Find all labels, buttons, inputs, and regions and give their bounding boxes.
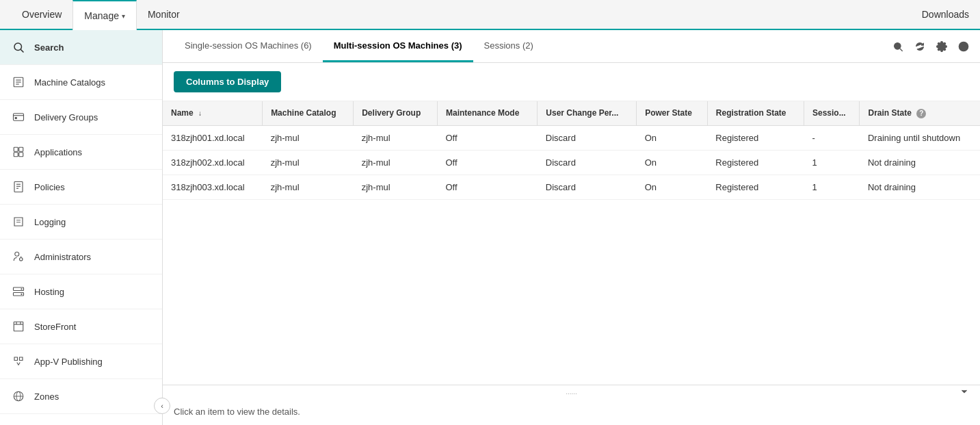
- bottom-panel-hint: Click an item to view the details.: [163, 398, 980, 425]
- sidebar: Search Machine Catalogs Delivery Groups …: [0, 30, 163, 425]
- tab-actions: [892, 41, 969, 52]
- nav-downloads[interactable]: Downloads: [922, 9, 969, 20]
- cell-row2-col3: Off: [437, 175, 537, 199]
- toolbar: Columns to Display: [163, 63, 980, 101]
- col-name[interactable]: Name ↓: [163, 101, 263, 125]
- sidebar-item-delivery-groups[interactable]: Delivery Groups: [0, 100, 162, 135]
- cell-row2-col0: 318zjh003.xd.local: [163, 175, 263, 199]
- sidebar-item-logging[interactable]: Logging: [0, 205, 162, 240]
- cell-row0-col7: -: [804, 125, 860, 150]
- cell-row2-col4: Discard: [538, 175, 637, 199]
- storefront-icon: [11, 319, 26, 334]
- cell-row1-col8: Not draining: [860, 150, 980, 175]
- cell-row1-col2: zjh-mul: [354, 150, 438, 175]
- sidebar-item-zones[interactable]: Zones: [0, 379, 162, 414]
- cell-row2-col7: 1: [804, 175, 860, 199]
- sidebar-label-storefront: StoreFront: [34, 322, 76, 332]
- cell-row1-col6: Registered: [707, 150, 804, 175]
- zones-icon: [11, 389, 26, 404]
- nav-overview[interactable]: Overview: [11, 0, 72, 29]
- sidebar-label-administrators: Administrators: [34, 252, 91, 262]
- sidebar-label-search: Search: [34, 42, 64, 53]
- sidebar-item-storefront[interactable]: StoreFront: [0, 309, 162, 344]
- main-layout: Search Machine Catalogs Delivery Groups …: [0, 30, 980, 425]
- svg-point-29: [895, 42, 901, 49]
- cell-row2-col1: zjh-mul: [263, 175, 354, 199]
- sidebar-item-administrators[interactable]: Administrators: [0, 240, 162, 274]
- appv-icon: [11, 354, 26, 369]
- sidebar-label-hosting: Hosting: [34, 287, 64, 297]
- col-delivery-group[interactable]: Delivery Group: [354, 101, 438, 125]
- sidebar-label-zones: Zones: [34, 391, 59, 402]
- cell-row2-col5: On: [637, 175, 708, 199]
- cell-row1-col4: Discard: [538, 150, 637, 175]
- col-user-change-per[interactable]: User Change Per...: [538, 101, 637, 125]
- bottom-panel: ...... Click an item to view the details…: [163, 385, 980, 425]
- svg-line-30: [900, 49, 903, 51]
- sidebar-label-delivery-groups: Delivery Groups: [34, 112, 98, 123]
- columns-to-display-button[interactable]: Columns to Display: [174, 71, 281, 92]
- catalog-icon: [11, 75, 26, 90]
- help-action-icon[interactable]: [958, 41, 969, 52]
- svg-point-18: [15, 252, 19, 256]
- col-power-state[interactable]: Power State: [637, 101, 708, 125]
- cell-row2-col2: zjh-mul: [354, 175, 438, 199]
- tabs-row: Single-session OS Machines (6) Multi-ses…: [163, 30, 980, 63]
- sidebar-item-applications[interactable]: Applications: [0, 135, 162, 170]
- table-container: Name ↓ Machine Catalog Delivery Group Ma…: [163, 101, 980, 385]
- sidebar-label-machine-catalogs: Machine Catalogs: [34, 77, 105, 88]
- tab-single-session[interactable]: Single-session OS Machines (6): [174, 31, 323, 62]
- svg-point-0: [14, 43, 22, 51]
- expand-icon[interactable]: [959, 387, 969, 398]
- svg-rect-7: [15, 117, 17, 119]
- sidebar-item-hosting[interactable]: Hosting: [0, 274, 162, 309]
- col-drain-state[interactable]: Drain State ?: [860, 101, 980, 125]
- svg-point-23: [21, 288, 22, 289]
- cell-row0-col0: 318zjh001.xd.local: [163, 125, 263, 150]
- machines-table: Name ↓ Machine Catalog Delivery Group Ma…: [163, 101, 980, 200]
- table-row[interactable]: 318zjh003.xd.localzjh-mulzjh-mulOffDisca…: [163, 175, 980, 199]
- cell-row1-col0: 318zjh002.xd.local: [163, 150, 263, 175]
- tab-sessions[interactable]: Sessions (2): [473, 31, 544, 62]
- sort-arrow-name: ↓: [198, 110, 202, 117]
- cell-row0-col1: zjh-mul: [263, 125, 354, 150]
- svg-rect-12: [14, 182, 23, 192]
- nav-manage[interactable]: Manage ▾: [72, 0, 137, 30]
- search-icon: [11, 40, 26, 55]
- svg-rect-10: [14, 153, 18, 157]
- table-row[interactable]: 318zjh001.xd.localzjh-mulzjh-mulOffDisca…: [163, 125, 980, 150]
- cell-row2-col6: Registered: [707, 175, 804, 199]
- search-action-icon[interactable]: [892, 41, 903, 52]
- sidebar-label-appv: App-V Publishing: [34, 357, 103, 367]
- panel-resize-handle[interactable]: ......: [163, 385, 980, 398]
- drain-state-help-icon[interactable]: ?: [916, 109, 926, 118]
- sidebar-item-appv[interactable]: App-V Publishing: [0, 344, 162, 379]
- administrators-icon: [11, 249, 26, 264]
- cell-row0-col2: zjh-mul: [354, 125, 438, 150]
- settings-action-icon[interactable]: [936, 41, 947, 52]
- col-machine-catalog[interactable]: Machine Catalog: [263, 101, 354, 125]
- col-registration-state[interactable]: Registration State: [707, 101, 804, 125]
- cell-row0-col5: On: [637, 125, 708, 150]
- sidebar-label-applications: Applications: [34, 147, 82, 157]
- sidebar-item-search[interactable]: Search: [0, 30, 162, 65]
- sidebar-label-logging: Logging: [34, 217, 66, 227]
- sidebar-item-machine-catalogs[interactable]: Machine Catalogs: [0, 65, 162, 100]
- cell-row1-col1: zjh-mul: [263, 150, 354, 175]
- cell-row1-col5: On: [637, 150, 708, 175]
- sidebar-label-policies: Policies: [34, 182, 65, 192]
- nav-monitor[interactable]: Monitor: [137, 0, 191, 29]
- sidebar-item-policies[interactable]: Policies: [0, 170, 162, 205]
- svg-point-19: [20, 258, 23, 261]
- tab-multi-session[interactable]: Multi-session OS Machines (3): [323, 31, 473, 62]
- policies-icon: [11, 179, 26, 194]
- refresh-action-icon[interactable]: [914, 41, 925, 52]
- logging-icon: [11, 214, 26, 229]
- col-maintenance-mode[interactable]: Maintenance Mode: [437, 101, 537, 125]
- sidebar-collapse-button[interactable]: ‹: [154, 398, 170, 414]
- applications-icon: [11, 144, 26, 159]
- table-row[interactable]: 318zjh002.xd.localzjh-mulzjh-mulOffDisca…: [163, 150, 980, 175]
- cell-row0-col3: Off: [437, 125, 537, 150]
- svg-rect-9: [19, 147, 23, 151]
- col-sessions[interactable]: Sessio...: [804, 101, 860, 125]
